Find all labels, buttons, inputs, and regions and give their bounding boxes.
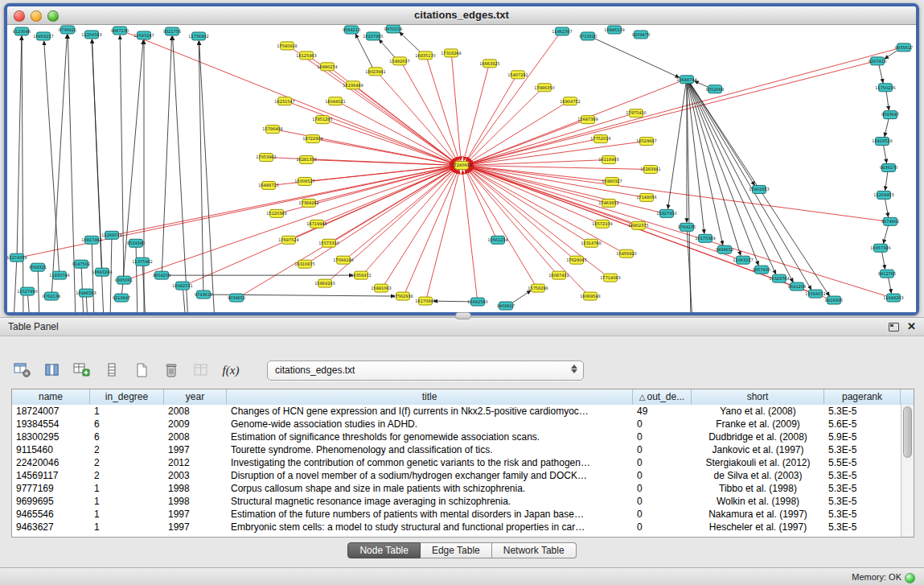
graph-node[interactable]: 9498652 xyxy=(716,245,733,253)
zoom-window-button[interactable] xyxy=(47,10,59,22)
graph-node[interactable]: 16529687 xyxy=(636,138,656,146)
graph-node[interactable]: 16663825 xyxy=(479,60,499,68)
graph-node[interactable]: 17562938 xyxy=(392,292,413,300)
column-header-name[interactable]: name xyxy=(12,389,90,405)
table-row[interactable]: 1830029562008Estimation of significance … xyxy=(12,431,901,443)
graph-node[interactable]: 18023941 xyxy=(365,68,385,76)
graph-node[interactable]: 16310875 xyxy=(294,260,314,268)
graph-node[interactable]: 14722904 xyxy=(302,135,322,143)
graph-node[interactable]: 9123046 xyxy=(13,27,31,35)
table-selector-dropdown[interactable]: citations_edges.txt xyxy=(267,360,584,381)
vertical-scrollbar[interactable] xyxy=(901,405,914,537)
graph-node[interactable]: 15980327 xyxy=(602,177,622,185)
table-row[interactable]: 2242004622012Investigating the contribut… xyxy=(12,456,901,469)
graph-node[interactable]: 9743615 xyxy=(195,290,212,299)
graph-node[interactable]: 10458217 xyxy=(33,32,53,40)
graph-node[interactable]: 10274958 xyxy=(7,253,27,262)
graph-node[interactable]: 15841063 xyxy=(371,284,391,292)
graph-node[interactable]: 9867130 xyxy=(111,27,129,35)
graph-node[interactable]: 17975410 xyxy=(626,109,646,117)
graph-node[interactable]: 8970154 xyxy=(384,25,402,33)
tab-network-table[interactable]: Network Table xyxy=(492,542,577,558)
graph-node[interactable]: 10693284 xyxy=(92,268,112,276)
graph-node[interactable]: 16990274 xyxy=(317,63,337,71)
graph-node[interactable]: 8321756 xyxy=(163,27,181,35)
graph-node[interactable]: 17384262 xyxy=(298,199,318,207)
window-title-bar[interactable]: citations_edges.txt xyxy=(7,6,916,25)
graph-node[interactable]: 11375962 xyxy=(132,257,152,266)
graph-node[interactable]: 17094186 xyxy=(333,256,353,264)
graph-node[interactable]: 10817463 xyxy=(81,236,101,244)
graph-node[interactable]: 11063217 xyxy=(733,256,753,264)
tab-edge-table[interactable]: Edge Table xyxy=(421,542,492,558)
graph-node[interactable]: 16044021 xyxy=(325,97,345,105)
column-display-button[interactable] xyxy=(41,359,64,381)
graph-node[interactable]: 11750236 xyxy=(875,84,895,92)
graph-node[interactable]: 17714083 xyxy=(600,274,620,282)
splitter-handle[interactable] xyxy=(455,312,471,319)
table-row[interactable]: 1938455462009Genome-wide association stu… xyxy=(12,418,901,431)
tab-node-table[interactable]: Node Table xyxy=(347,542,421,558)
graph-node[interactable]: 10648794 xyxy=(676,76,696,84)
graph-node[interactable]: 15236489 xyxy=(343,81,363,89)
column-header-in_degree[interactable]: in_degree xyxy=(90,389,164,405)
graph-node[interactable]: 15283941 xyxy=(640,166,660,174)
graph-node[interactable]: 11462307 xyxy=(552,27,572,35)
graph-node[interactable]: 9641208 xyxy=(788,282,806,290)
graph-node[interactable]: 15008527 xyxy=(294,177,314,185)
column-header-year[interactable]: year xyxy=(164,389,227,405)
graph-node[interactable]: 8674902 xyxy=(881,217,899,225)
graph-node[interactable]: 9034652 xyxy=(228,294,245,302)
graph-node[interactable]: 11584072 xyxy=(805,290,825,298)
graph-node[interactable]: 9568321 xyxy=(29,263,47,271)
graph-node[interactable]: 17697524 xyxy=(278,236,298,244)
column-header-short[interactable]: short xyxy=(692,389,824,405)
graph-node[interactable]: 15758296 xyxy=(528,284,548,292)
graph-node[interactable]: 15407291 xyxy=(507,71,528,79)
graph-node[interactable]: 11648203 xyxy=(883,294,903,302)
graph-node[interactable]: 11830746 xyxy=(49,271,69,279)
graph-node[interactable]: 8762134 xyxy=(43,292,60,300)
graph-node[interactable]: 8736921 xyxy=(59,26,76,34)
graph-node[interactable]: 15796408 xyxy=(262,126,282,134)
table-row[interactable]: 969969511998Structural magnetic resonanc… xyxy=(12,495,901,508)
graph-node[interactable]: 8935617 xyxy=(895,43,913,51)
graph-node[interactable]: 9385061 xyxy=(115,276,133,284)
graph-node[interactable]: 16904752 xyxy=(560,97,580,105)
graph-node[interactable]: 10902853 xyxy=(749,185,769,193)
graph-node[interactable]: 17851295 xyxy=(312,116,332,124)
graph-node[interactable]: 10237865 xyxy=(363,32,383,40)
graph-node[interactable]: 17148056 xyxy=(636,193,656,201)
table-settings-button[interactable] xyxy=(11,359,34,381)
graph-node[interactable]: 15314768 xyxy=(581,239,601,247)
graph-node[interactable]: 15120369 xyxy=(266,209,286,217)
graph-node[interactable]: 9584213 xyxy=(343,26,360,34)
graph-node[interactable]: 10057386 xyxy=(870,244,890,252)
minimize-window-button[interactable] xyxy=(31,10,42,22)
graph-node[interactable]: 17318264 xyxy=(441,49,461,57)
graph-node[interactable]: 9352068 xyxy=(706,85,724,93)
graph-node[interactable]: 9267418 xyxy=(869,57,886,65)
graph-node[interactable]: 17240694 xyxy=(451,162,471,170)
scrollbar-thumb[interactable] xyxy=(903,406,912,458)
graph-node[interactable]: 15647389 xyxy=(577,116,598,124)
column-header-pagerank[interactable]: pagerank xyxy=(824,389,901,405)
graph-node[interactable]: 17752016 xyxy=(590,135,610,143)
graph-node[interactable]: 8857430 xyxy=(753,266,770,274)
graph-node[interactable]: 9715820 xyxy=(579,32,597,40)
graph-node[interactable]: 11736902 xyxy=(188,32,208,40)
graph-node[interactable]: 17629045 xyxy=(566,256,586,264)
graph-node[interactable]: 10946583 xyxy=(76,289,96,297)
select-column-button[interactable] xyxy=(101,359,123,381)
graph-node[interactable]: 16069548 xyxy=(580,292,600,300)
graph-node[interactable]: 10561234 xyxy=(487,236,507,244)
graph-node[interactable]: 8593647 xyxy=(881,111,899,119)
graph-node[interactable]: 8147502 xyxy=(72,260,90,268)
graph-node[interactable]: 8529340 xyxy=(127,239,145,247)
graph-node[interactable]: 16572109 xyxy=(592,220,612,228)
graph-node[interactable]: 17540918 xyxy=(277,42,297,50)
network-window[interactable]: citations_edges.txt 17240694152364891604… xyxy=(4,3,919,315)
graph-node[interactable]: 15573310 xyxy=(318,239,339,247)
graph-node[interactable]: 8654209 xyxy=(153,271,170,279)
graph-node[interactable]: 16170845 xyxy=(415,297,435,305)
